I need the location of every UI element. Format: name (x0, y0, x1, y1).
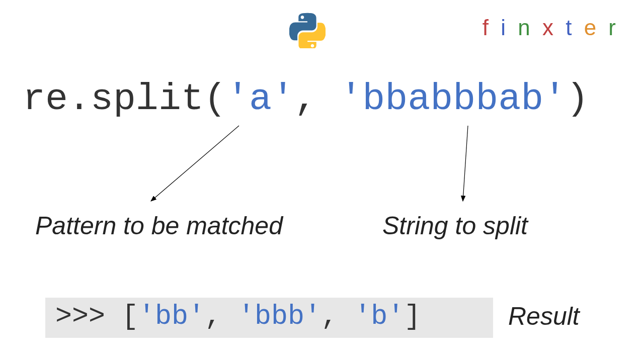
code-separator: , (294, 78, 340, 121)
brand-letter: t (566, 15, 575, 40)
label-pattern: Pattern to be matched (35, 211, 283, 240)
brand-letter: n (518, 15, 533, 40)
result-comma: , (205, 301, 238, 332)
python-logo-icon (289, 12, 326, 48)
code-close: ) (566, 78, 589, 121)
code-expression: re.split('a', 'bbabbbab') (23, 78, 589, 121)
svg-line-1 (151, 126, 239, 201)
result-item: 'bb' (138, 301, 205, 332)
svg-line-2 (463, 126, 468, 201)
code-arg-string: 'bbabbbab' (340, 78, 566, 121)
result-bracket-close: ] (404, 301, 421, 332)
finxter-logo: f i n x t e r (482, 15, 619, 40)
brand-letter: f (482, 15, 492, 40)
brand-letter: i (501, 15, 509, 40)
brand-letter: x (542, 15, 556, 40)
code-func: re.split( (23, 78, 226, 121)
brand-letter: r (608, 15, 619, 40)
result-output: >>> ['bb', 'bbb', 'b'] (45, 298, 493, 338)
result-prompt: >>> (55, 301, 122, 332)
brand-letter: e (584, 15, 599, 40)
code-arg-pattern: 'a' (226, 78, 294, 121)
label-string: String to split (382, 211, 528, 240)
result-item: 'b' (354, 301, 404, 332)
label-result: Result (508, 302, 580, 331)
result-item: 'bbb' (238, 301, 321, 332)
result-bracket-open: [ (122, 301, 138, 332)
result-comma: , (321, 301, 354, 332)
